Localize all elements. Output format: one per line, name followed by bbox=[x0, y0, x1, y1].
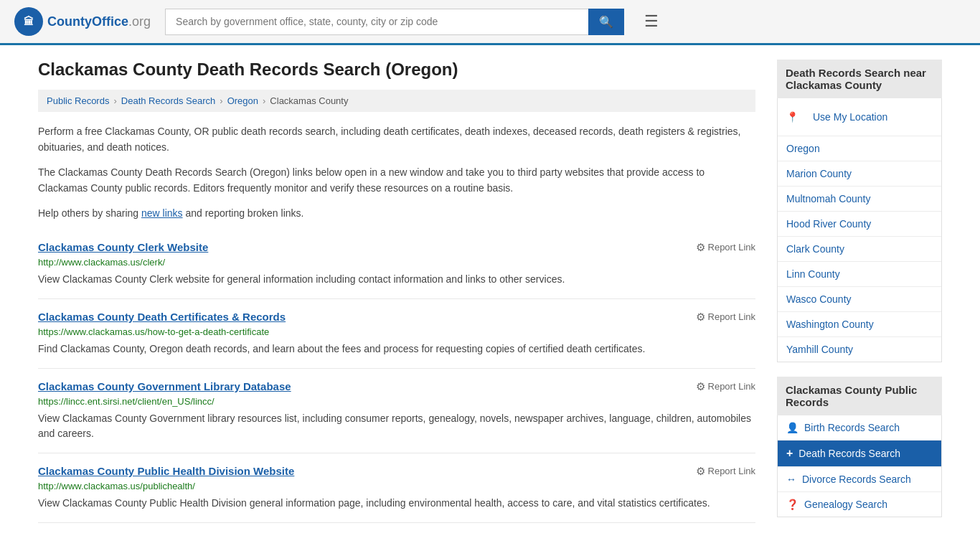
report-label-2: Report Link bbox=[708, 381, 755, 392]
report-link-0[interactable]: ⚙ Report Link bbox=[696, 241, 755, 254]
death-records-label: Death Records Search bbox=[798, 448, 900, 459]
breadcrumb-sep-3: › bbox=[263, 95, 265, 106]
result-item-2: Clackamas County Government Library Data… bbox=[38, 369, 755, 453]
location-pin-icon: 📍 bbox=[786, 111, 798, 123]
report-label-1: Report Link bbox=[708, 311, 755, 322]
nearby-section: Death Records Search near Clackamas Coun… bbox=[777, 60, 942, 362]
breadcrumb-sep-2: › bbox=[220, 95, 222, 106]
result-title-0[interactable]: Clackamas County Clerk Website bbox=[38, 241, 208, 253]
use-location-item[interactable]: 📍 Use My Location bbox=[778, 98, 941, 136]
result-title-2[interactable]: Clackamas County Government Library Data… bbox=[38, 380, 291, 392]
genealogy-label: Genealogy Search bbox=[804, 499, 887, 510]
nearby-title: Death Records Search near Clackamas Coun… bbox=[777, 60, 942, 98]
report-label-0: Report Link bbox=[708, 242, 755, 253]
result-desc-1: Find Clackamas County, Oregon death reco… bbox=[38, 342, 755, 357]
result-url-1[interactable]: https://www.clackamas.us/how-to-get-a-de… bbox=[38, 326, 755, 337]
logo[interactable]: 🏛 CountyOffice.org bbox=[14, 7, 151, 36]
divorce-records-icon: ↔ bbox=[786, 474, 796, 485]
desc3-prefix: Help others by sharing bbox=[38, 207, 141, 219]
breadcrumb-sep-1: › bbox=[113, 95, 116, 106]
result-url-3[interactable]: http://www.clackamas.us/publichealth/ bbox=[38, 481, 755, 491]
public-records-list: 👤 Birth Records Search + Death Records S… bbox=[777, 415, 942, 517]
svg-text:🏛: 🏛 bbox=[24, 15, 34, 27]
result-item-0: Clackamas County Clerk Website ⚙ Report … bbox=[38, 230, 755, 299]
report-link-2[interactable]: ⚙ Report Link bbox=[696, 380, 755, 393]
description-2: The Clackamas County Death Records Searc… bbox=[38, 164, 755, 197]
public-records-link-3[interactable]: ❓ Genealogy Search bbox=[778, 492, 941, 517]
main-content: Clackamas County Death Records Search (O… bbox=[38, 60, 755, 532]
search-input[interactable] bbox=[165, 9, 588, 35]
nearby-link-2[interactable]: Multnomah County bbox=[778, 187, 941, 212]
report-label-3: Report Link bbox=[708, 466, 755, 476]
breadcrumb: Public Records › Death Records Search › … bbox=[38, 90, 755, 112]
breadcrumb-death-records[interactable]: Death Records Search bbox=[121, 95, 216, 106]
results-list: Clackamas County Clerk Website ⚙ Report … bbox=[38, 230, 755, 523]
new-links-link[interactable]: new links bbox=[141, 207, 183, 219]
use-location-link[interactable]: Use My Location bbox=[804, 105, 896, 129]
search-button[interactable]: 🔍 bbox=[588, 9, 624, 35]
description-1: Perform a free Clackamas County, OR publ… bbox=[38, 123, 755, 156]
report-icon-0: ⚙ bbox=[696, 241, 705, 254]
page-title: Clackamas County Death Records Search (O… bbox=[38, 60, 755, 80]
genealogy-icon: ❓ bbox=[786, 499, 798, 510]
result-title-1[interactable]: Clackamas County Death Certificates & Re… bbox=[38, 311, 286, 323]
result-title-3[interactable]: Clackamas County Public Health Division … bbox=[38, 465, 294, 477]
public-records-link-1[interactable]: + Death Records Search bbox=[778, 441, 941, 467]
nearby-link-3[interactable]: Hood River County bbox=[778, 212, 941, 237]
report-icon-2: ⚙ bbox=[696, 380, 705, 393]
nearby-list: 📍 Use My Location Oregon Marion County M… bbox=[777, 98, 942, 362]
result-item-3: Clackamas County Public Health Division … bbox=[38, 453, 755, 523]
breadcrumb-oregon[interactable]: Oregon bbox=[227, 95, 258, 106]
result-url-2[interactable]: https://lincc.ent.sirsi.net/client/en_US… bbox=[38, 396, 755, 407]
public-records-link-2[interactable]: ↔ Divorce Records Search bbox=[778, 467, 941, 492]
result-desc-0: View Clackamas County Clerk website for … bbox=[38, 272, 755, 287]
birth-records-icon: 👤 bbox=[786, 422, 798, 433]
nearby-link-8[interactable]: Yamhill County bbox=[778, 337, 941, 362]
public-records-section: Clackamas County Public Records 👤 Birth … bbox=[777, 377, 942, 517]
result-desc-3: View Clackamas County Public Health Divi… bbox=[38, 496, 755, 511]
report-icon-1: ⚙ bbox=[696, 311, 705, 324]
death-records-icon: + bbox=[786, 447, 793, 460]
result-url-0[interactable]: http://www.clackamas.us/clerk/ bbox=[38, 257, 755, 268]
hamburger-icon: ☰ bbox=[644, 12, 659, 30]
divorce-records-label: Divorce Records Search bbox=[802, 474, 911, 485]
birth-records-label: Birth Records Search bbox=[804, 422, 900, 433]
logo-icon: 🏛 bbox=[14, 7, 43, 36]
public-records-link-0[interactable]: 👤 Birth Records Search bbox=[778, 415, 941, 441]
report-link-3[interactable]: ⚙ Report Link bbox=[696, 465, 755, 478]
nearby-link-1[interactable]: Marion County bbox=[778, 161, 941, 187]
result-desc-2: View Clackamas County Government library… bbox=[38, 411, 755, 441]
public-records-title: Clackamas County Public Records bbox=[777, 377, 942, 415]
logo-text: CountyOffice.org bbox=[47, 14, 151, 29]
nearby-link-0[interactable]: Oregon bbox=[778, 136, 941, 161]
nearby-link-5[interactable]: Linn County bbox=[778, 262, 941, 287]
search-icon: 🔍 bbox=[599, 16, 613, 28]
breadcrumb-current: Clackamas County bbox=[270, 95, 348, 106]
nearby-link-6[interactable]: Wasco County bbox=[778, 287, 941, 312]
sidebar: Death Records Search near Clackamas Coun… bbox=[777, 60, 942, 532]
breadcrumb-public-records[interactable]: Public Records bbox=[47, 95, 109, 106]
report-icon-3: ⚙ bbox=[696, 465, 705, 478]
nearby-link-7[interactable]: Washington County bbox=[778, 312, 941, 337]
nearby-link-4[interactable]: Clark County bbox=[778, 237, 941, 262]
result-item-1: Clackamas County Death Certificates & Re… bbox=[38, 299, 755, 369]
description-3: Help others by sharing new links and rep… bbox=[38, 205, 755, 221]
report-link-1[interactable]: ⚙ Report Link bbox=[696, 311, 755, 324]
desc3-suffix: and reporting broken links. bbox=[183, 207, 304, 219]
menu-button[interactable]: ☰ bbox=[639, 9, 664, 34]
